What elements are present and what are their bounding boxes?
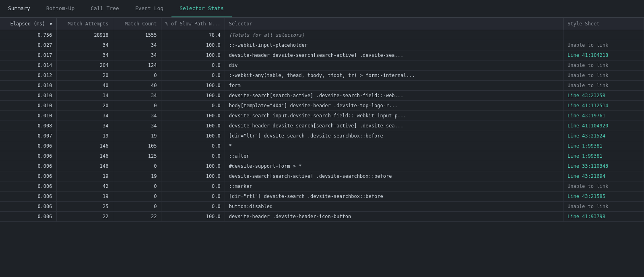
cell-stylesheet[interactable]: Line 43:21694 [564, 171, 644, 181]
cell-selector: #devsite-support-form > * [225, 161, 563, 171]
cell-elapsed: 0.007 [0, 131, 56, 141]
table-row[interactable]: 0.006 19 0 0.0 [dir="rtl"] devsite-searc… [0, 192, 644, 202]
cell-elapsed: 0.010 [0, 91, 56, 101]
cell-slow-path: 100.0 [161, 91, 225, 101]
cell-match-attempts: 204 [56, 60, 113, 71]
cell-slow-path: 0.0 [161, 202, 225, 212]
cell-elapsed: 0.027 [0, 40, 56, 50]
cell-match-attempts: 19 [56, 131, 113, 141]
col-stylesheet-label: Style Sheet [568, 21, 599, 27]
table-row[interactable]: 0.010 34 34 100.0 devsite-search[search-… [0, 91, 644, 101]
cell-stylesheet[interactable]: Line 33:110343 [564, 161, 644, 171]
cell-match-count: 0 [113, 192, 161, 202]
cell-slow-path: 100.0 [161, 50, 225, 60]
cell-match-attempts: 19 [56, 192, 113, 202]
tab-selector-stats[interactable]: Selector Stats [171, 0, 232, 17]
cell-stylesheet[interactable]: Line 41:112514 [564, 101, 644, 111]
cell-stylesheet [564, 30, 644, 40]
cell-selector: form [225, 81, 563, 91]
cell-match-count: 19 [113, 131, 161, 141]
col-header-match-count[interactable]: Match Count [113, 18, 161, 30]
cell-slow-path: 0.0 [161, 192, 225, 202]
table-row[interactable]: 0.012 20 0 0.0 :-webkit-any(table, thead… [0, 71, 644, 81]
cell-match-count: 105 [113, 141, 161, 151]
cell-slow-path: 100.0 [161, 111, 225, 121]
cell-slow-path: 100.0 [161, 81, 225, 91]
cell-stylesheet[interactable]: Line 41:104218 [564, 50, 644, 60]
cell-stylesheet[interactable]: Line 43:21524 [564, 131, 644, 141]
cell-slow-path: 100.0 [161, 40, 225, 50]
cell-selector: ::-webkit-input-placeholder [225, 40, 563, 50]
cell-match-attempts: 22 [56, 212, 113, 222]
table-row[interactable]: 0.017 34 34 100.0 devsite-header devsite… [0, 50, 644, 60]
table-row[interactable]: 0.010 34 34 100.0 devsite-search input.d… [0, 111, 644, 121]
cell-match-attempts: 146 [56, 161, 113, 171]
cell-elapsed: 0.006 [0, 181, 56, 192]
cell-match-count: 34 [113, 50, 161, 60]
cell-slow-path: 100.0 [161, 212, 225, 222]
table-row[interactable]: 0.027 34 34 100.0 ::-webkit-input-placeh… [0, 40, 644, 50]
table-row[interactable]: 0.006 146 125 0.0 ::after Line 1:99381 [0, 151, 644, 161]
table-row[interactable]: 0.006 146 0 100.0 #devsite-support-form … [0, 161, 644, 171]
cell-stylesheet[interactable]: Line 1:99381 [564, 151, 644, 161]
cell-selector: [dir="rtl"] devsite-search .devsite-sear… [225, 192, 563, 202]
sort-arrow-icon: ▼ [50, 22, 52, 26]
cell-slow-path: 0.0 [161, 141, 225, 151]
cell-slow-path: 78.4 [161, 30, 225, 40]
col-header-match-attempts[interactable]: Match Attempts [56, 18, 113, 30]
cell-stylesheet[interactable]: Line 43:23258 [564, 91, 644, 101]
table-row[interactable]: 0.006 22 22 100.0 devsite-header .devsit… [0, 212, 644, 222]
cell-match-attempts: 146 [56, 141, 113, 151]
table-row[interactable]: 0.014 204 124 0.0 div Unable to link [0, 60, 644, 71]
table-row[interactable]: 0.006 146 105 0.0 * Line 1:99381 [0, 141, 644, 151]
table-row[interactable]: 0.756 28918 1555 78.4 (Totals for all se… [0, 30, 644, 40]
cell-match-count: 34 [113, 121, 161, 131]
table-row[interactable]: 0.010 20 0 0.0 body[template="404"] devs… [0, 101, 644, 111]
col-header-slow-path[interactable]: % of Slow-Path N... [161, 18, 225, 30]
col-header-elapsed[interactable]: Elapsed (ms) ▼ [0, 18, 56, 30]
cell-match-attempts: 34 [56, 111, 113, 121]
cell-match-count: 0 [113, 181, 161, 192]
table-row[interactable]: 0.008 34 34 100.0 devsite-header devsite… [0, 121, 644, 131]
cell-stylesheet: Unable to link [564, 40, 644, 50]
cell-match-attempts: 34 [56, 91, 113, 101]
tab-event-log[interactable]: Event Log [127, 0, 171, 17]
cell-match-count: 34 [113, 40, 161, 50]
table-row[interactable]: 0.007 19 19 100.0 [dir="ltr"] devsite-se… [0, 131, 644, 141]
tab-call-tree[interactable]: Call Tree [83, 0, 127, 17]
cell-slow-path: 100.0 [161, 131, 225, 141]
tab-summary[interactable]: Summary [0, 0, 38, 17]
cell-elapsed: 0.014 [0, 60, 56, 71]
cell-stylesheet[interactable]: Line 1:99381 [564, 141, 644, 151]
cell-stylesheet: Unable to link [564, 202, 644, 212]
col-slow-path-label: % of Slow-Path N... [165, 21, 221, 27]
cell-match-attempts: 34 [56, 121, 113, 131]
cell-stylesheet[interactable]: Line 41:104920 [564, 121, 644, 131]
cell-slow-path: 100.0 [161, 171, 225, 181]
cell-elapsed: 0.010 [0, 81, 56, 91]
cell-stylesheet: Unable to link [564, 181, 644, 192]
table-row[interactable]: 0.006 25 0 0.0 button:disabled Unable to… [0, 202, 644, 212]
cell-match-attempts: 34 [56, 50, 113, 60]
table-row[interactable]: 0.006 42 0 0.0 ::marker Unable to link [0, 181, 644, 192]
tab-bottom-up[interactable]: Bottom-Up [38, 0, 83, 17]
table-row[interactable]: 0.006 19 19 100.0 devsite-search[search-… [0, 171, 644, 181]
col-header-stylesheet[interactable]: Style Sheet [564, 18, 644, 30]
col-header-selector[interactable]: Selector [225, 18, 563, 30]
table-header-row: Elapsed (ms) ▼ Match Attempts Match Coun… [0, 18, 644, 30]
cell-elapsed: 0.010 [0, 111, 56, 121]
cell-stylesheet: Unable to link [564, 71, 644, 81]
cell-match-count: 0 [113, 101, 161, 111]
cell-slow-path: 0.0 [161, 101, 225, 111]
col-elapsed-label: Elapsed (ms) [10, 21, 45, 27]
cell-stylesheet[interactable]: Line 41:93798 [564, 212, 644, 222]
cell-slow-path: 0.0 [161, 181, 225, 192]
cell-stylesheet[interactable]: Line 43:21585 [564, 192, 644, 202]
col-match-attempts-label: Match Attempts [68, 21, 108, 27]
table-container: Elapsed (ms) ▼ Match Attempts Match Coun… [0, 18, 644, 277]
cell-match-attempts: 40 [56, 81, 113, 91]
cell-elapsed: 0.010 [0, 101, 56, 111]
cell-stylesheet[interactable]: Line 43:19761 [564, 111, 644, 121]
cell-match-count: 0 [113, 202, 161, 212]
table-row[interactable]: 0.010 40 40 100.0 form Unable to link [0, 81, 644, 91]
